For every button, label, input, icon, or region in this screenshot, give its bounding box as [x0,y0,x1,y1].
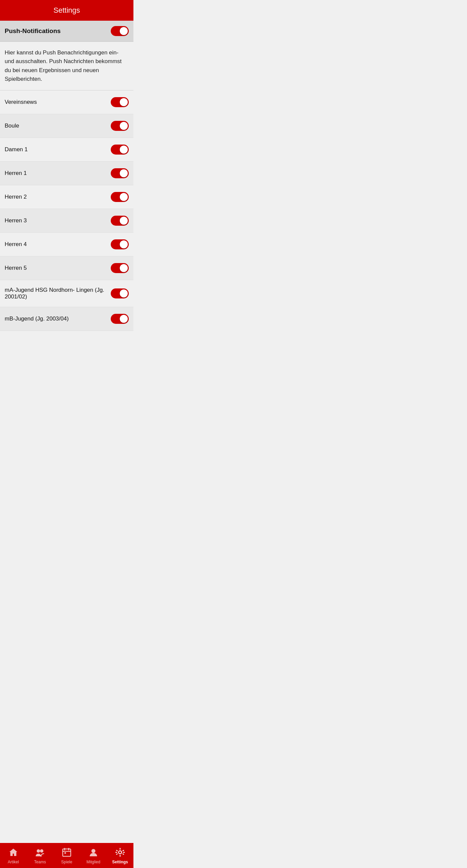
toggle-row-label: Herren 1 [5,170,27,177]
toggle-3[interactable] [111,168,129,178]
toggle-row: Boule [0,114,133,138]
toggle-0[interactable] [111,97,129,107]
toggle-row: Herren 1 [0,162,133,185]
toggle-row-label: Damen 1 [5,146,28,153]
toggle-row-label: Herren 2 [5,194,27,200]
toggle-list: VereinsnewsBouleDamen 1Herren 1Herren 2H… [0,90,133,331]
toggle-row-label: mA-Jugend HSG Nordhorn- Lingen (Jg. 2001… [5,287,111,300]
push-notifications-label: Push-Notifications [5,27,61,35]
toggle-6[interactable] [111,239,129,249]
toggle-row: Herren 5 [0,256,133,280]
toggle-8[interactable] [111,288,129,299]
toggle-row: mB-Jugend (Jg. 2003/04) [0,307,133,331]
toggle-row-label: Herren 4 [5,241,27,248]
toggle-row: Herren 2 [0,185,133,209]
toggle-row-label: mB-Jugend (Jg. 2003/04) [5,315,69,322]
toggle-thumb [120,27,128,35]
toggle-row-label: Herren 5 [5,265,27,271]
push-notifications-header: Push-Notifications [0,21,133,42]
toggle-row-label: Boule [5,123,19,129]
toggle-row-label: Vereinsnews [5,99,37,105]
toggle-row-label: Herren 3 [5,217,27,224]
toggle-2[interactable] [111,145,129,155]
toggle-5[interactable] [111,216,129,226]
page-title: Settings [54,6,80,14]
push-notifications-toggle[interactable] [111,26,129,36]
toggle-row: mA-Jugend HSG Nordhorn- Lingen (Jg. 2001… [0,280,133,307]
push-description: Hier kannst du Push Benachrichtigungen e… [0,42,133,90]
toggle-9[interactable] [111,314,129,324]
toggle-row: Vereinsnews [0,90,133,114]
toggle-row: Herren 4 [0,233,133,256]
toggle-4[interactable] [111,192,129,202]
toggle-row: Herren 3 [0,209,133,233]
toggle-1[interactable] [111,121,129,131]
toggle-7[interactable] [111,263,129,273]
app-header: Settings [0,0,133,21]
toggle-row: Damen 1 [0,138,133,162]
